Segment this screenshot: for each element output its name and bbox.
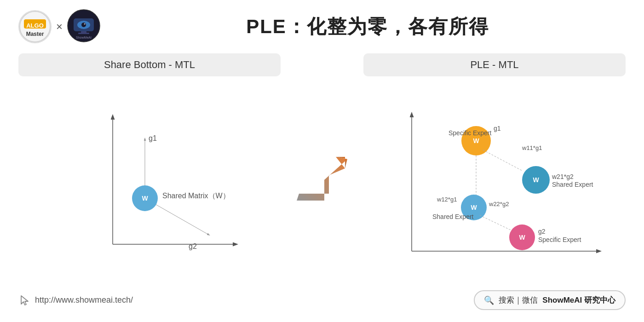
svg-text:Shared Expert: Shared Expert: [552, 181, 593, 188]
search-icon: 🔍: [484, 295, 494, 305]
svg-line-49: [480, 215, 511, 230]
header: ALGO Master ×: [0, 0, 644, 49]
search-box[interactable]: 🔍 搜索｜微信 ShowMeAI 研究中心: [474, 290, 626, 310]
svg-text:Master: Master: [26, 31, 44, 37]
svg-text:w11*g1: w11*g1: [522, 144, 542, 151]
svg-marker-23: [297, 157, 347, 201]
right-panel-label: PLE - MTL: [363, 53, 626, 76]
left-diagram-svg: g1 g2 W Shared Matrix（W）: [53, 97, 246, 267]
svg-line-48: [483, 150, 522, 171]
svg-text:W: W: [473, 137, 479, 144]
svg-text:W: W: [533, 176, 539, 184]
cursor-icon: [18, 294, 31, 307]
x-separator: ×: [56, 20, 63, 33]
svg-text:Specific Expert: Specific Expert: [448, 129, 491, 137]
left-panel-label: Share Bottom - MTL: [18, 53, 281, 76]
svg-text:Shared Matrix（W）: Shared Matrix（W）: [162, 192, 230, 200]
svg-text:Specific Expert: Specific Expert: [538, 236, 581, 243]
svg-text:g1: g1: [149, 134, 157, 142]
right-diagram-area: W Specific Expert g1 w11*g1 W w21*g2 Sha…: [363, 81, 626, 283]
svg-point-8: [84, 23, 86, 25]
footer-url: http://www.showmeai.tech/: [35, 295, 133, 305]
svg-text:W: W: [471, 204, 477, 211]
svg-text:g2: g2: [189, 242, 197, 250]
svg-text:g2: g2: [538, 228, 546, 235]
svg-point-7: [81, 23, 86, 27]
algo-master-logo: ALGO Master: [18, 10, 52, 43]
svg-text:Shared Expert: Shared Expert: [432, 213, 474, 220]
showmeai-logo: ShowMeAI: [67, 9, 100, 44]
search-bold-label: ShowMeAI 研究中心: [542, 295, 615, 305]
svg-text:g1: g1: [494, 125, 501, 132]
svg-text:w12*g1: w12*g1: [437, 196, 457, 203]
logo-area: ALGO Master ×: [18, 9, 100, 44]
svg-text:ShowMeAI: ShowMeAI: [76, 36, 92, 39]
svg-text:ALGO: ALGO: [26, 22, 44, 29]
arrow-container: [290, 53, 354, 283]
page-container: ALGO Master ×: [0, 0, 644, 322]
svg-text:w21*g2: w21*g2: [552, 173, 574, 180]
svg-rect-10: [78, 33, 89, 34]
search-label: 搜索｜微信: [499, 295, 538, 305]
left-diagram-area: g1 g2 W Shared Matrix（W）: [18, 81, 281, 283]
right-panel: PLE - MTL: [363, 53, 626, 283]
content-area: Share Bottom - MTL: [0, 49, 644, 288]
arrow-svg: [292, 155, 352, 210]
footer: http://www.showmeai.tech/ 🔍 搜索｜微信 ShowMe…: [0, 288, 644, 315]
main-title: PLE：化整为零，各有所得: [109, 14, 626, 40]
right-diagram-svg: W Specific Expert g1 w11*g1 W w21*g2 Sha…: [380, 95, 610, 270]
footer-link: http://www.showmeai.tech/: [18, 294, 133, 307]
svg-text:w22*g2: w22*g2: [489, 201, 509, 207]
left-panel: Share Bottom - MTL: [18, 53, 281, 283]
svg-text:W: W: [519, 234, 525, 241]
svg-text:W: W: [142, 195, 148, 202]
